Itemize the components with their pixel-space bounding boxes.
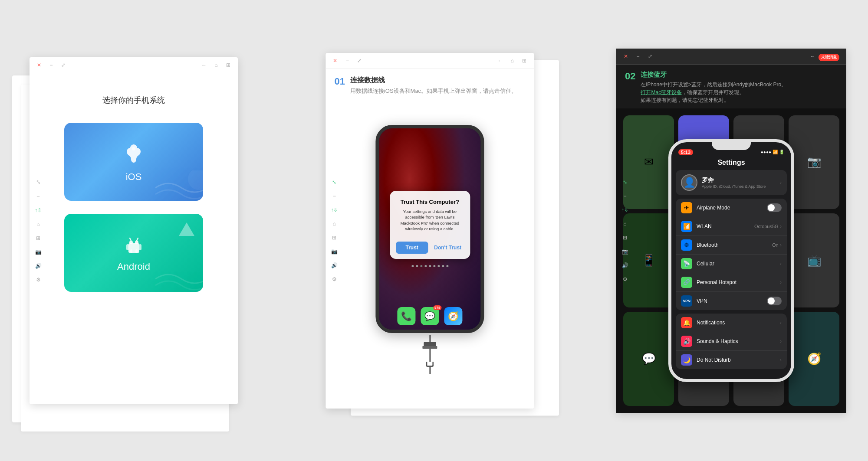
android-label: Android [117, 261, 150, 272]
vpn-row[interactable]: VPN VPN [676, 292, 787, 310]
p2-sidebar-photo-icon[interactable]: 📷 [331, 248, 338, 255]
panel2-minimize-icon[interactable]: − [344, 57, 351, 64]
step2-title: 连接蓝牙 [641, 71, 786, 79]
minimize-icon[interactable]: − [48, 62, 55, 69]
bluetooth-label: Bluetooth [697, 242, 772, 248]
sidebar-up-icon[interactable]: ↑⇩ [35, 207, 42, 213]
p2-sidebar-minimize-icon[interactable]: − [333, 193, 336, 199]
panel3-minimize-icon[interactable]: − [635, 53, 641, 60]
sidebar-settings-icon[interactable]: ⚙ [36, 277, 41, 283]
dont-trust-button[interactable]: Don't Trust [431, 242, 464, 254]
wlan-row[interactable]: 📶 WLAN Octopus5G › [676, 217, 787, 236]
panel2-grid-icon[interactable]: ⊞ [521, 57, 528, 64]
p3-sidebar-home-icon[interactable]: ⌂ [623, 221, 626, 227]
p2-sidebar-settings-icon[interactable]: ⚙ [332, 276, 337, 282]
cable-connector [422, 335, 437, 374]
panel2-close-icon[interactable]: ✕ [332, 57, 339, 64]
svg-rect-7 [126, 244, 129, 250]
svg-point-1 [188, 170, 203, 190]
dnd-label: Do Not Disturb [697, 357, 780, 363]
p3-sidebar-arrows-icon[interactable]: ↑⇩ [621, 207, 628, 213]
profile-name: 罗奔 [702, 177, 780, 184]
step1-header: 01 连接数据线 用数据线连接iOS设备和Mac。如果手机上弹出弹窗，请点击信任… [326, 69, 534, 100]
svg-line-5 [130, 238, 131, 241]
svg-rect-10 [135, 249, 138, 253]
dnd-row[interactable]: 🌙 Do Not Disturb › [676, 351, 787, 369]
android-button[interactable]: Android [64, 214, 203, 292]
panel2-back-icon[interactable]: ← [496, 57, 503, 64]
sidebar-expand-icon[interactable]: ⤡ [36, 179, 41, 185]
panel-connect-bluetooth: ✕ − ⤢ ← ⌂ ⊞ 02 连接蓝牙 在iPhone中打开设置>蓝牙，然后连接… [616, 49, 846, 413]
p3-sidebar-sound-icon[interactable]: 🔊 [622, 262, 628, 268]
sounds-row[interactable]: 🔊 Sounds & Haptics › [676, 332, 787, 351]
bluetooth-row[interactable]: ❊ Bluetooth On › [676, 236, 787, 255]
safari-app[interactable]: 🧭 [444, 307, 462, 325]
status-icons: ●●●● 📶 🔋 [761, 150, 784, 154]
p2-sidebar-expand-icon[interactable]: ⤡ [332, 179, 336, 185]
panel3-back-icon[interactable]: ← [809, 53, 816, 60]
step2-header: 02 连接蓝牙 在iPhone中打开设置>蓝牙，然后连接到Andy的MacBoo… [616, 65, 846, 108]
wlan-chevron: › [780, 223, 782, 229]
p2-sidebar-sound-icon[interactable]: 🔊 [331, 262, 338, 268]
panel1-content: 选择你的手机系统 iOS [30, 73, 238, 404]
settings-section-1: ✈ Airplane Mode 📶 WLAN Octopus5G › [676, 199, 787, 310]
sidebar-minimize-icon[interactable]: − [36, 193, 40, 199]
hotspot-chevron: › [780, 279, 782, 285]
profile-row[interactable]: 👤 罗奔 Apple ID, iCloud, iTunes & App Stor… [676, 170, 787, 195]
profile-info: 罗奔 Apple ID, iCloud, iTunes & App Store [702, 177, 780, 189]
bg-app-1: ✉ [623, 115, 674, 209]
message-badge: 578 [433, 305, 441, 310]
vpn-toggle[interactable] [767, 297, 782, 305]
trust-button[interactable]: Trust [396, 242, 428, 254]
profile-chevron: › [780, 180, 782, 186]
grid-icon[interactable]: ⊞ [225, 62, 232, 69]
sidebar-photo-icon[interactable]: 📷 [35, 249, 42, 255]
settings-title: Settings [671, 157, 791, 170]
home-icon[interactable]: ⌂ [213, 62, 220, 69]
p2-sidebar-arrows-icon[interactable]: ↑⇩ [331, 207, 338, 213]
panel2-expand-icon[interactable]: ⤢ [356, 57, 363, 64]
p2-sidebar-home-icon[interactable]: ⌂ [333, 221, 336, 227]
svg-rect-8 [139, 244, 141, 250]
profile-subtitle: Apple ID, iCloud, iTunes & App Store [702, 184, 780, 189]
panel3-close-icon[interactable]: ✕ [622, 53, 629, 60]
messages-app[interactable]: 💬 578 [421, 307, 439, 325]
p3-sidebar-settings-icon[interactable]: ⚙ [623, 276, 628, 282]
step1-info: 连接数据线 用数据线连接iOS设备和Mac。如果手机上弹出弹窗，请点击信任。 [350, 76, 517, 95]
step2-info: 连接蓝牙 在iPhone中打开设置>蓝牙，然后连接到Andy的MacBook P… [641, 71, 786, 104]
sounds-label: Sounds & Haptics [697, 338, 780, 344]
wlan-icon: 📶 [681, 221, 692, 232]
dnd-chevron: › [780, 356, 782, 363]
airplane-row[interactable]: ✈ Airplane Mode [676, 199, 787, 217]
bg-app-9: 💬 [623, 312, 674, 406]
phone-app[interactable]: 📞 [397, 307, 415, 325]
panel2-home-icon[interactable]: ⌂ [509, 57, 516, 64]
back-icon[interactable]: ← [201, 62, 207, 69]
svg-point-0 [132, 147, 135, 150]
bluetooth-value: On [772, 242, 779, 248]
cellular-row[interactable]: 📡 Cellular › [676, 255, 787, 273]
p3-sidebar-minimize-icon[interactable]: − [623, 193, 626, 199]
p3-sidebar-expand-icon[interactable]: ⤡ [623, 179, 627, 185]
step2-desc3: 如果连接有问题，请先忘记蓝牙配对。 [641, 96, 786, 104]
ios-button[interactable]: iOS [64, 123, 203, 201]
notifications-row[interactable]: 🔔 Notifications › [676, 314, 787, 332]
p3-sidebar-photo-icon[interactable]: 📷 [622, 248, 628, 255]
settings-phone: 5:13 ●●●● 📶 🔋 Settings 👤 罗奔 [668, 139, 794, 382]
mac-bluetooth-link[interactable]: 打开Mac蓝牙设备 [641, 89, 682, 95]
svg-rect-2 [128, 243, 139, 253]
sidebar-grid2-icon[interactable]: ⊞ [36, 235, 40, 241]
panels-container: ✕ − ⤢ ← ⌂ ⊞ 选择你的手机系统 iOS [0, 0, 868, 461]
p2-sidebar-grid-icon[interactable]: ⊞ [332, 235, 336, 241]
airplane-toggle[interactable] [767, 203, 782, 212]
step2-desc1: 在iPhone中打开设置>蓝牙，然后连接到Andy的MacBook Pro。 [641, 81, 786, 88]
sidebar-sound-icon[interactable]: 🔊 [35, 263, 42, 269]
close-icon[interactable]: ✕ [36, 62, 43, 69]
dnd-icon: 🌙 [681, 354, 692, 366]
p3-sidebar-grid-icon[interactable]: ⊞ [623, 235, 627, 241]
panel3-expand-icon[interactable]: ⤢ [647, 53, 654, 60]
sidebar-home2-icon[interactable]: ⌂ [36, 221, 39, 227]
hotspot-row[interactable]: 🔗 Personal Hotspot › [676, 273, 787, 292]
step2-number: 02 [625, 71, 635, 82]
expand-icon[interactable]: ⤢ [60, 62, 67, 69]
